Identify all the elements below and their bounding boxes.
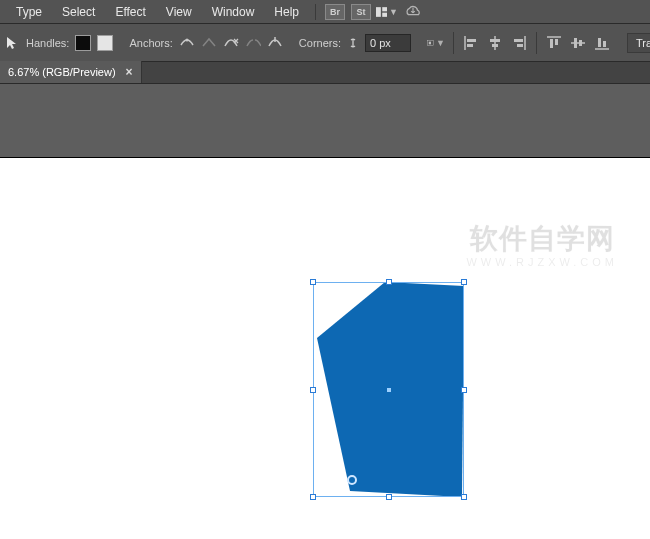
arrange-documents-button[interactable]: ▼ (376, 2, 398, 22)
stock-button[interactable]: St (350, 2, 372, 22)
handle-fill-swatch[interactable] (75, 33, 91, 53)
align-bottom-button[interactable] (593, 34, 611, 52)
bridge-button[interactable]: Br (324, 2, 346, 22)
resize-handle-br[interactable] (461, 494, 467, 500)
svg-rect-12 (550, 39, 553, 48)
align-vcenter-button[interactable] (569, 34, 587, 52)
pasteboard-area (0, 84, 650, 158)
convert-anchor-smooth-button[interactable] (179, 33, 195, 53)
svg-rect-10 (514, 39, 523, 42)
svg-rect-14 (574, 38, 577, 48)
anchors-label: Anchors: (129, 37, 172, 49)
menu-select[interactable]: Select (52, 0, 105, 24)
svg-marker-18 (317, 282, 464, 497)
align-top-button[interactable] (545, 34, 563, 52)
svg-rect-8 (490, 39, 500, 42)
corners-label: Corners: (299, 37, 341, 49)
menu-window[interactable]: Window (202, 0, 265, 24)
selected-shape[interactable] (313, 282, 464, 497)
resize-handle-tr[interactable] (461, 279, 467, 285)
watermark-title: 软件自学网 (466, 220, 618, 258)
align-right-button[interactable] (510, 34, 528, 52)
resize-handle-bl[interactable] (310, 494, 316, 500)
live-corner-widget[interactable] (347, 475, 357, 485)
transform-button[interactable]: Transform (627, 33, 650, 53)
resize-handle-tl[interactable] (310, 279, 316, 285)
svg-rect-17 (603, 41, 606, 47)
svg-rect-1 (382, 7, 387, 11)
menu-help[interactable]: Help (264, 0, 309, 24)
align-group: ▼ (427, 32, 611, 54)
convert-anchor-corner-button[interactable] (201, 33, 217, 53)
svg-rect-9 (492, 44, 498, 47)
watermark-url: WWW.RJZXW.COM (466, 256, 618, 268)
resize-handle-mr[interactable] (461, 387, 467, 393)
bridge-icon: Br (325, 4, 345, 20)
cloud-sync-icon (404, 5, 422, 19)
svg-rect-13 (555, 39, 558, 45)
align-left-button[interactable] (462, 34, 480, 52)
align-hcenter-button[interactable] (486, 34, 504, 52)
arrange-documents-icon (376, 5, 387, 19)
close-tab-button[interactable]: × (126, 65, 133, 79)
menu-type[interactable]: Type (6, 0, 52, 24)
menu-separator (315, 4, 316, 20)
menu-view[interactable]: View (156, 0, 202, 24)
svg-rect-11 (517, 44, 523, 47)
resize-handle-bm[interactable] (386, 494, 392, 500)
document-tab[interactable]: 6.67% (RGB/Preview) × (0, 61, 142, 83)
align-separator (453, 32, 454, 54)
document-tab-bar: 6.67% (RGB/Preview) × (0, 62, 650, 84)
svg-point-3 (185, 38, 188, 41)
chevron-down-icon: ▼ (436, 38, 445, 48)
chevron-down-icon: ▼ (389, 7, 398, 17)
artboard[interactable]: 软件自学网 WWW.RJZXW.COM (0, 158, 650, 539)
align-to-button[interactable]: ▼ (427, 34, 445, 52)
align-separator-2 (536, 32, 537, 54)
document-tab-title: 6.67% (RGB/Preview) (8, 66, 116, 78)
svg-rect-2 (382, 12, 387, 16)
resize-handle-tm[interactable] (386, 279, 392, 285)
corner-link-toggle[interactable] (347, 36, 359, 50)
svg-rect-16 (598, 38, 601, 47)
remove-anchor-button[interactable] (223, 33, 239, 53)
connect-anchor-button[interactable] (245, 33, 261, 53)
menu-bar: Type Select Effect View Window Help Br S… (0, 0, 650, 24)
resize-handle-ml[interactable] (310, 387, 316, 393)
sync-settings-button[interactable] (402, 2, 424, 22)
corner-radius-input[interactable] (365, 34, 411, 52)
svg-rect-0 (376, 7, 381, 17)
handles-label: Handles: (26, 37, 69, 49)
options-bar: Handles: Anchors: Corners: ▼ Transf (0, 24, 650, 62)
svg-rect-7 (467, 44, 473, 47)
direct-selection-tool-icon[interactable] (4, 32, 20, 54)
menu-effect[interactable]: Effect (105, 0, 155, 24)
svg-rect-6 (467, 39, 476, 42)
watermark: 软件自学网 WWW.RJZXW.COM (466, 220, 618, 268)
cut-path-button[interactable] (267, 33, 283, 53)
handle-stroke-swatch[interactable] (97, 33, 113, 53)
svg-rect-15 (579, 40, 582, 46)
stock-icon: St (351, 4, 371, 20)
selection-center-point[interactable] (387, 388, 391, 392)
svg-rect-5 (429, 41, 431, 44)
